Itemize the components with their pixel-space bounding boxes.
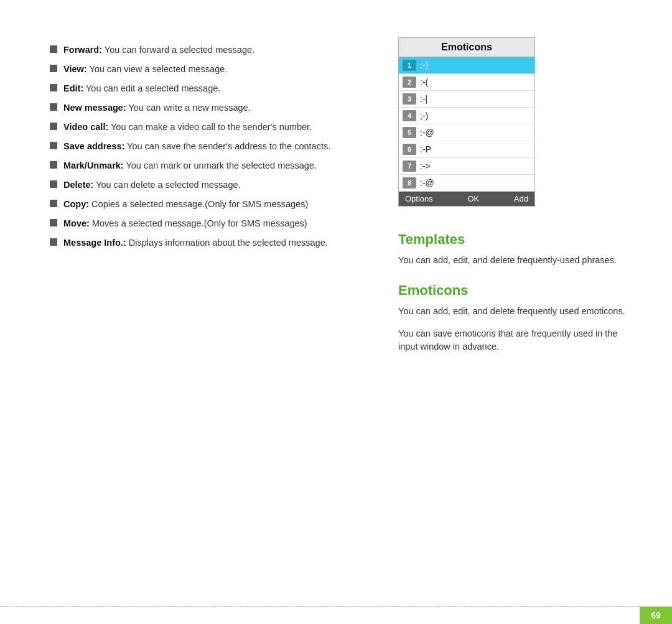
bullet-text: Delete: You can delete a selected messag… <box>63 179 241 192</box>
row-emoticon: :-( <box>420 77 428 87</box>
bullet-item: Message Info.: Displays information abou… <box>50 236 361 249</box>
bullet-list: Forward: You can forward a selected mess… <box>50 44 361 249</box>
phone-widget: Emoticons 1 :-) 2 :-( 3 :-| 4 ;-) 5 :-@ … <box>398 37 535 207</box>
bullet-text: New message: You can write a new message… <box>63 101 251 114</box>
emoticons-text1: You can add, edit, and delete frequently… <box>398 305 635 319</box>
bullet-item: Forward: You can forward a selected mess… <box>50 44 361 57</box>
row-emoticon: :-> <box>420 161 431 171</box>
phone-row: 4 ;-) <box>399 108 534 124</box>
bullet-item: Mark/Unmark: You can mark or unmark the … <box>50 159 361 172</box>
bullet-item: Move: Moves a selected message.(Only for… <box>50 217 361 230</box>
bullet-square <box>50 45 57 53</box>
bullet-item: New message: You can write a new message… <box>50 101 361 114</box>
page-number-badge: 69 <box>640 607 672 624</box>
phone-widget-footer: Options OK Add <box>399 192 534 206</box>
bullet-item: Copy: Copies a selected message.(Only fo… <box>50 198 361 211</box>
row-number: 6 <box>403 144 416 155</box>
phone-row: 1 :-) <box>399 57 534 74</box>
bullet-square <box>50 219 57 226</box>
row-number: 1 <box>403 60 416 71</box>
bullet-item: Save address: You can save the sender's … <box>50 140 361 153</box>
bullet-text: Save address: You can save the sender's … <box>63 140 330 153</box>
left-column: Forward: You can forward a selected mess… <box>50 37 361 587</box>
row-number: 7 <box>403 161 416 172</box>
phone-row: 6 :-P <box>399 141 534 158</box>
bullet-text: Message Info.: Displays information abou… <box>63 236 328 249</box>
row-number: 5 <box>403 127 416 138</box>
bullet-item: Delete: You can delete a selected messag… <box>50 179 361 192</box>
footer-options: Options <box>405 194 433 203</box>
bullet-square <box>50 180 57 188</box>
phone-row: 5 :-@ <box>399 124 534 141</box>
row-number: 2 <box>403 77 416 88</box>
right-column: Emoticons 1 :-) 2 :-( 3 :-| 4 ;-) 5 :-@ … <box>398 37 635 587</box>
phone-row: 3 :-| <box>399 91 534 108</box>
phone-row: 7 :-> <box>399 158 534 175</box>
footer-add: Add <box>514 194 528 203</box>
row-emoticon: :-@ <box>420 128 434 137</box>
bullet-square <box>50 161 57 169</box>
bullet-square <box>50 65 57 72</box>
bullet-item: Edit: You can edit a selected message. <box>50 82 361 95</box>
bullet-text: Edit: You can edit a selected message. <box>63 82 220 95</box>
bullet-text: Video call: You can make a video call to… <box>63 121 312 134</box>
row-number: 4 <box>403 110 416 121</box>
emoticons-heading: Emoticons <box>398 282 635 299</box>
bullet-square <box>50 84 57 91</box>
bullet-text: Forward: You can forward a selected mess… <box>63 44 254 57</box>
bullet-square <box>50 238 57 246</box>
bullet-text: Copy: Copies a selected message.(Only fo… <box>63 198 308 211</box>
row-number: 3 <box>403 93 416 105</box>
bullet-square <box>50 103 57 111</box>
footer-ok: OK <box>467 194 479 203</box>
bullet-text: View: You can view a selected message. <box>63 63 227 76</box>
phone-row: 8 :-@ <box>399 175 534 192</box>
phone-widget-title: Emoticons <box>399 38 534 57</box>
bullet-square <box>50 200 57 207</box>
bullet-text: Move: Moves a selected message.(Only for… <box>63 217 307 230</box>
emoticons-text2: You can save emoticons that are frequent… <box>398 327 635 355</box>
row-emoticon: :-P <box>420 144 431 154</box>
row-emoticon: :-@ <box>420 178 434 188</box>
bullet-item: Video call: You can make a video call to… <box>50 121 361 134</box>
row-emoticon: :-) <box>420 60 428 70</box>
row-number: 8 <box>403 177 416 189</box>
phone-row: 2 :-( <box>399 74 534 91</box>
bullet-item: View: You can view a selected message. <box>50 63 361 76</box>
row-emoticon: :-| <box>420 94 427 104</box>
bullet-square <box>50 142 57 149</box>
row-emoticon: ;-) <box>420 111 428 121</box>
templates-text: You can add, edit, and delete frequently… <box>398 254 635 268</box>
bullet-text: Mark/Unmark: You can mark or unmark the … <box>63 159 317 172</box>
bullet-square <box>50 123 57 130</box>
dashed-line <box>0 606 640 607</box>
templates-heading: Templates <box>398 231 635 248</box>
